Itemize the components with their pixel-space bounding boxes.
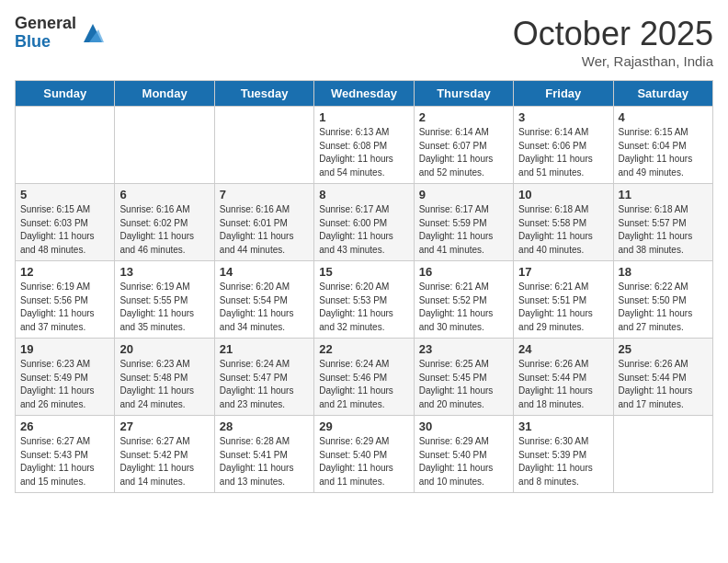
logo: General Blue [15, 15, 106, 52]
day-number: 9 [419, 188, 508, 201]
calendar-cell: 12Sunrise: 6:19 AM Sunset: 5:56 PM Dayli… [16, 261, 115, 339]
day-number: 15 [319, 265, 408, 279]
day-number: 13 [119, 265, 209, 279]
calendar-week-row: 12Sunrise: 6:19 AM Sunset: 5:56 PM Dayli… [16, 261, 713, 339]
calendar-cell: 26Sunrise: 6:27 AM Sunset: 5:43 PM Dayli… [16, 416, 115, 493]
calendar-cell: 1Sunrise: 6:13 AM Sunset: 6:08 PM Daylig… [314, 107, 414, 184]
logo-text: General Blue [15, 15, 76, 52]
calendar-cell: 18Sunrise: 6:22 AM Sunset: 5:50 PM Dayli… [613, 261, 712, 339]
calendar-cell: 20Sunrise: 6:23 AM Sunset: 5:48 PM Dayli… [115, 339, 214, 416]
day-info: Sunrise: 6:28 AM Sunset: 5:41 PM Dayligh… [220, 435, 309, 488]
day-number: 6 [119, 188, 209, 201]
calendar-cell: 6Sunrise: 6:16 AM Sunset: 6:02 PM Daylig… [115, 184, 214, 261]
calendar-cell: 11Sunrise: 6:18 AM Sunset: 5:57 PM Dayli… [613, 184, 712, 261]
calendar-week-row: 19Sunrise: 6:23 AM Sunset: 5:49 PM Dayli… [16, 339, 713, 416]
day-number: 26 [20, 419, 109, 433]
day-info: Sunrise: 6:24 AM Sunset: 5:46 PM Dayligh… [319, 358, 408, 411]
day-number: 16 [419, 265, 508, 279]
col-header-sunday: Sunday [16, 81, 115, 107]
calendar-cell: 16Sunrise: 6:21 AM Sunset: 5:52 PM Dayli… [414, 261, 513, 339]
day-number: 5 [20, 188, 109, 201]
logo-icon [80, 20, 106, 46]
calendar-cell: 3Sunrise: 6:14 AM Sunset: 6:06 PM Daylig… [514, 107, 613, 184]
day-number: 22 [319, 342, 408, 356]
logo-general: General [15, 15, 76, 33]
calendar-cell [16, 107, 115, 184]
calendar-table: SundayMondayTuesdayWednesdayThursdayFrid… [15, 80, 713, 493]
day-number: 27 [119, 419, 209, 433]
calendar-cell: 8Sunrise: 6:17 AM Sunset: 6:00 PM Daylig… [314, 184, 414, 261]
calendar-cell: 9Sunrise: 6:17 AM Sunset: 5:59 PM Daylig… [414, 184, 513, 261]
logo-blue: Blue [15, 33, 76, 52]
day-number: 2 [419, 110, 508, 124]
day-number: 20 [119, 342, 209, 356]
day-info: Sunrise: 6:21 AM Sunset: 5:52 PM Dayligh… [419, 281, 508, 334]
calendar-cell: 25Sunrise: 6:26 AM Sunset: 5:44 PM Dayli… [613, 339, 712, 416]
day-number: 21 [220, 342, 309, 356]
day-number: 7 [220, 188, 309, 201]
calendar-cell: 13Sunrise: 6:19 AM Sunset: 5:55 PM Dayli… [115, 261, 214, 339]
day-info: Sunrise: 6:23 AM Sunset: 5:49 PM Dayligh… [20, 358, 109, 411]
calendar-cell: 31Sunrise: 6:30 AM Sunset: 5:39 PM Dayli… [514, 416, 613, 493]
col-header-tuesday: Tuesday [214, 81, 313, 107]
calendar-cell [214, 107, 313, 184]
day-info: Sunrise: 6:22 AM Sunset: 5:50 PM Dayligh… [619, 281, 708, 334]
calendar-cell: 22Sunrise: 6:24 AM Sunset: 5:46 PM Dayli… [314, 339, 414, 416]
day-number: 30 [419, 419, 508, 433]
calendar-cell [115, 107, 214, 184]
day-number: 17 [518, 265, 608, 279]
col-header-friday: Friday [514, 81, 613, 107]
day-info: Sunrise: 6:14 AM Sunset: 6:07 PM Dayligh… [419, 126, 508, 179]
calendar-cell: 7Sunrise: 6:16 AM Sunset: 6:01 PM Daylig… [214, 184, 313, 261]
calendar-header-row: SundayMondayTuesdayWednesdayThursdayFrid… [16, 81, 713, 107]
col-header-thursday: Thursday [414, 81, 513, 107]
day-info: Sunrise: 6:13 AM Sunset: 6:08 PM Dayligh… [319, 126, 408, 179]
day-number: 24 [518, 342, 608, 356]
calendar-week-row: 26Sunrise: 6:27 AM Sunset: 5:43 PM Dayli… [16, 416, 713, 493]
calendar-cell: 24Sunrise: 6:26 AM Sunset: 5:44 PM Dayli… [514, 339, 613, 416]
day-info: Sunrise: 6:21 AM Sunset: 5:51 PM Dayligh… [518, 281, 608, 334]
page-header: General Blue October 2025 Wer, Rajasthan… [15, 15, 713, 69]
day-info: Sunrise: 6:26 AM Sunset: 5:44 PM Dayligh… [619, 358, 708, 411]
day-info: Sunrise: 6:29 AM Sunset: 5:40 PM Dayligh… [319, 435, 408, 488]
day-number: 14 [220, 265, 309, 279]
day-info: Sunrise: 6:23 AM Sunset: 5:48 PM Dayligh… [119, 358, 209, 411]
day-info: Sunrise: 6:17 AM Sunset: 6:00 PM Dayligh… [319, 203, 408, 257]
day-info: Sunrise: 6:27 AM Sunset: 5:42 PM Dayligh… [119, 435, 209, 488]
day-number: 11 [619, 188, 708, 201]
day-info: Sunrise: 6:16 AM Sunset: 6:02 PM Dayligh… [119, 203, 209, 257]
day-info: Sunrise: 6:18 AM Sunset: 5:57 PM Dayligh… [619, 203, 708, 257]
day-info: Sunrise: 6:15 AM Sunset: 6:03 PM Dayligh… [20, 203, 109, 257]
day-number: 8 [319, 188, 408, 201]
calendar-cell: 29Sunrise: 6:29 AM Sunset: 5:40 PM Dayli… [314, 416, 414, 493]
calendar-cell: 17Sunrise: 6:21 AM Sunset: 5:51 PM Dayli… [514, 261, 613, 339]
day-info: Sunrise: 6:19 AM Sunset: 5:55 PM Dayligh… [119, 281, 209, 334]
calendar-cell: 4Sunrise: 6:15 AM Sunset: 6:04 PM Daylig… [613, 107, 712, 184]
day-info: Sunrise: 6:19 AM Sunset: 5:56 PM Dayligh… [20, 281, 109, 334]
day-number: 25 [619, 342, 708, 356]
col-header-monday: Monday [115, 81, 214, 107]
day-info: Sunrise: 6:16 AM Sunset: 6:01 PM Dayligh… [220, 203, 309, 257]
day-number: 4 [619, 110, 708, 124]
calendar-cell: 21Sunrise: 6:24 AM Sunset: 5:47 PM Dayli… [214, 339, 313, 416]
calendar-cell: 10Sunrise: 6:18 AM Sunset: 5:58 PM Dayli… [514, 184, 613, 261]
day-info: Sunrise: 6:18 AM Sunset: 5:58 PM Dayligh… [518, 203, 608, 257]
day-info: Sunrise: 6:24 AM Sunset: 5:47 PM Dayligh… [220, 358, 309, 411]
day-number: 29 [319, 419, 408, 433]
day-info: Sunrise: 6:15 AM Sunset: 6:04 PM Dayligh… [619, 126, 708, 179]
month-title: October 2025 [513, 15, 713, 53]
calendar-cell: 27Sunrise: 6:27 AM Sunset: 5:42 PM Dayli… [115, 416, 214, 493]
day-number: 18 [619, 265, 708, 279]
day-number: 23 [419, 342, 508, 356]
calendar-cell: 19Sunrise: 6:23 AM Sunset: 5:49 PM Dayli… [16, 339, 115, 416]
calendar-cell: 2Sunrise: 6:14 AM Sunset: 6:07 PM Daylig… [414, 107, 513, 184]
day-info: Sunrise: 6:14 AM Sunset: 6:06 PM Dayligh… [518, 126, 608, 179]
day-info: Sunrise: 6:26 AM Sunset: 5:44 PM Dayligh… [518, 358, 608, 411]
calendar-cell: 28Sunrise: 6:28 AM Sunset: 5:41 PM Dayli… [214, 416, 313, 493]
day-number: 10 [518, 188, 608, 201]
day-info: Sunrise: 6:29 AM Sunset: 5:40 PM Dayligh… [419, 435, 508, 488]
day-number: 31 [518, 419, 608, 433]
day-number: 1 [319, 110, 408, 124]
calendar-cell: 30Sunrise: 6:29 AM Sunset: 5:40 PM Dayli… [414, 416, 513, 493]
day-info: Sunrise: 6:27 AM Sunset: 5:43 PM Dayligh… [20, 435, 109, 488]
